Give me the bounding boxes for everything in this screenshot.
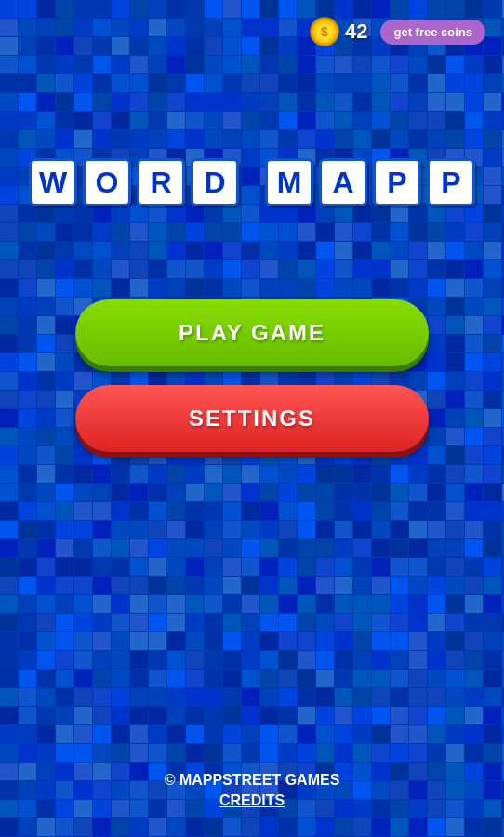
title-letter-r: R	[137, 158, 185, 206]
footer: © MAPPSTREET GAMES CREDITS	[0, 772, 504, 809]
title-letter-w: W	[29, 158, 77, 206]
settings-button[interactable]: SETTINGS	[75, 385, 429, 452]
coin-icon: $	[310, 17, 339, 46]
title-letter-p1: P	[373, 158, 421, 206]
title-letter-o: O	[83, 158, 131, 206]
credits-link[interactable]: CREDITS	[0, 792, 504, 809]
top-bar: $ 42 get free coins	[0, 0, 504, 46]
game-title: W O R D M A P P	[10, 158, 494, 206]
play-game-button[interactable]: PLAY GAME	[75, 299, 429, 366]
title-letter-m: M	[265, 158, 313, 206]
coin-area: $ 42 get free coins	[310, 17, 485, 46]
coin-count: 42	[345, 20, 367, 44]
svg-text:$: $	[321, 24, 328, 39]
title-letter-d: D	[191, 158, 239, 206]
title-letter-p2: P	[427, 158, 475, 206]
title-letter-a: A	[319, 158, 367, 206]
get-free-coins-button[interactable]: get free coins	[380, 20, 485, 45]
main-buttons: PLAY GAME SETTINGS	[0, 299, 504, 452]
company-name: © MAPPSTREET GAMES	[0, 772, 504, 789]
